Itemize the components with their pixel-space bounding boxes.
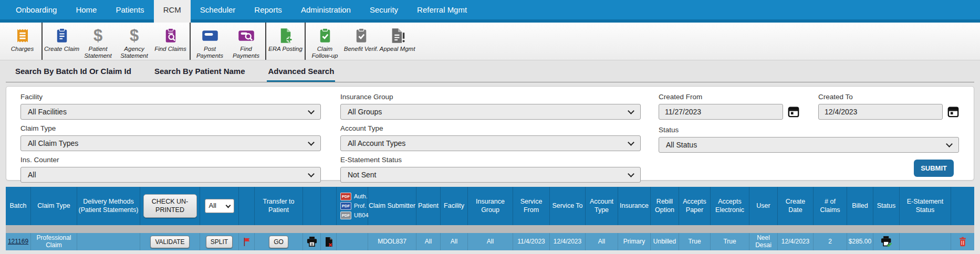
col-header-billed: Billed [847, 187, 873, 225]
toolbar-item-patient-statement[interactable]: $ Patient Statement [80, 23, 116, 60]
col-header-batch: Batch [6, 187, 31, 225]
nav-item-patients[interactable]: Patients [106, 0, 153, 19]
service-from-cell: 11/4/2023 [513, 233, 550, 250]
toolbar-item-post-payments[interactable]: Post Payments [192, 23, 228, 60]
dollar-icon: $ [93, 26, 102, 45]
claims-batch-table: Batch Claim Type Delivery Methods (Patie… [6, 187, 974, 250]
clipboard-lines-icon [55, 26, 69, 45]
clipboard-check-icon [318, 26, 332, 45]
delivery-methods-cell [77, 233, 140, 250]
toolbar-item-era-posting[interactable]: ERA Posting [267, 23, 304, 60]
col-header-print [303, 187, 321, 225]
toolbar-item-label: ERA Posting [268, 46, 303, 53]
batch-link[interactable]: 121169 [8, 238, 28, 245]
nav-item-onboarding[interactable]: Onboarding [6, 0, 66, 19]
toolbar-item-claim-follow-up[interactable]: Claim Follow-up [307, 23, 343, 60]
split-cell: SPLIT [200, 233, 239, 250]
calendar-icon[interactable] [947, 106, 959, 118]
col-header-accepts-electronic: Accepts Electronic [711, 187, 749, 225]
col-header-delivery-methods: Delivery Methods (Patient Statements) [77, 187, 140, 225]
status-label: Status [659, 126, 959, 134]
estatement-status-label: E-Statement Status [340, 156, 641, 164]
facility-cell: All [441, 233, 468, 250]
toolbar-item-benefit-verif[interactable]: Benefit Verif. [343, 23, 379, 60]
status-select[interactable]: All Status [659, 137, 959, 153]
insurance-group-cell: All [468, 233, 513, 250]
receipt-icon [15, 26, 30, 45]
col-header-facility: Facility [441, 187, 468, 225]
pdf-prof-link[interactable]: PDF Prof. [340, 202, 366, 210]
go-button[interactable]: GO [269, 236, 288, 248]
facility-value: All Facilities [28, 108, 67, 116]
header-filter-select[interactable]: All [205, 199, 234, 213]
claim-type-value: All Claim Types [28, 139, 78, 147]
toolbar-item-label: Create Claim [44, 46, 79, 53]
col-header-num-claims: # of Claims [814, 187, 847, 225]
flag-icon[interactable] [239, 233, 255, 250]
claim-type-cell: Professional Claim [31, 233, 77, 250]
created-to-input[interactable]: 12/4/2023 [818, 104, 943, 120]
toolbar-item-find-claims[interactable]: Find Claims [152, 23, 189, 60]
create-date-cell: 12/4/2023 [778, 233, 814, 250]
nav-item-referral-mgmt[interactable]: Referral Mgmt [408, 0, 476, 19]
facility-select[interactable]: All Facilities [20, 104, 321, 120]
trash-icon[interactable] [951, 233, 974, 250]
ins-counter-select[interactable]: All [20, 167, 321, 183]
service-to-cell: 12/4/2023 [550, 233, 586, 250]
created-to-label: Created To [818, 93, 959, 101]
col-header-claim-submitter: Claim Submitter [368, 187, 416, 225]
toolbar-item-appeal-mgmt[interactable]: Appeal Mgmt [379, 23, 415, 60]
col-header-service-from: Service From [513, 187, 550, 225]
claim-type-select[interactable]: All Claim Types [20, 135, 321, 151]
estatement-status-cell [900, 233, 951, 250]
pdf-ub04-link[interactable]: PDF UB04 [340, 211, 369, 219]
pdf-auth-link[interactable]: PDF Auth. [340, 193, 368, 200]
tab-search-by-patient-name[interactable]: Search By Patient Name [153, 67, 246, 82]
toolbar-item-find-payments[interactable]: Find Payments [228, 23, 264, 60]
calendar-icon[interactable] [788, 106, 799, 118]
chevron-down-icon [628, 171, 634, 177]
transfer-to-patient-cell: GO [255, 233, 303, 250]
nav-item-rcm[interactable]: RCM [154, 0, 191, 23]
printer-icon[interactable] [303, 233, 321, 250]
col-header-create-date: Create Date [778, 187, 814, 225]
insurance-group-value: All Groups [348, 108, 382, 116]
dollar-icon: $ [130, 26, 139, 45]
toolbar-item-create-claim[interactable]: Create Claim [44, 23, 80, 60]
toolbar-separator [305, 23, 306, 60]
nav-item-security[interactable]: Security [360, 0, 408, 19]
toolbar-item-charges[interactable]: Charges [4, 23, 40, 60]
insurance-group-select[interactable]: All Groups [340, 104, 641, 120]
tab-advanced-search[interactable]: Advanced Search [267, 67, 335, 82]
card-search-icon [238, 26, 255, 45]
pdf-auth-label: Auth. [354, 193, 368, 200]
created-from-input[interactable]: 11/27/2023 [659, 104, 783, 120]
batch-cell: 121169 [6, 233, 31, 250]
split-button[interactable]: SPLIT [206, 236, 233, 248]
nav-item-administration[interactable]: Administration [291, 0, 360, 19]
chevron-down-icon [308, 108, 315, 114]
account-type-select[interactable]: All Account Types [340, 135, 641, 151]
clipboard-check-icon [354, 26, 369, 45]
status-value: All Status [666, 141, 697, 149]
account-type-cell: All [586, 233, 618, 250]
toolbar-item-label: Benefit Verif. [344, 46, 378, 53]
printer-success-icon[interactable] [873, 233, 900, 250]
submit-button[interactable]: SUBMIT [914, 160, 954, 177]
table-header-row: Batch Claim Type Delivery Methods (Patie… [6, 187, 974, 225]
toolbar-item-label: Charges [11, 46, 34, 53]
clipboard-search-icon [163, 26, 178, 45]
validate-button[interactable]: VALIDATE [150, 236, 189, 248]
nav-item-scheduler[interactable]: Scheduler [191, 0, 245, 19]
estatement-status-select[interactable]: Not Sent [340, 167, 641, 183]
col-header-delete [951, 187, 974, 225]
tab-search-by-batch-or-claim-id[interactable]: Search By Batch Id Or Claim Id [14, 67, 132, 82]
toolbar-separator [190, 23, 191, 60]
nav-item-home[interactable]: Home [66, 0, 106, 19]
toolbar-item-agency-statement[interactable]: $ Agency Statement [116, 23, 152, 60]
col-header-insurance-group: Insurance Group [468, 187, 513, 225]
check-unprinted-button[interactable]: CHECK UN-PRINTED [143, 194, 197, 218]
nav-item-reports[interactable]: Reports [245, 0, 291, 19]
document-remove-icon[interactable] [321, 233, 337, 250]
account-type-value: All Account Types [348, 139, 405, 147]
